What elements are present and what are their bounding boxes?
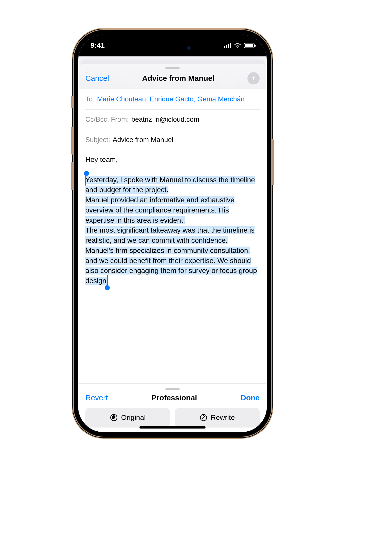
phone-frame: 9:41 Cancel Advice from — [74, 30, 271, 437]
to-value: Marie Chouteau, Enrique Gacto, Gema Merc… — [97, 95, 245, 103]
power-button — [271, 139, 274, 185]
to-label: To: — [85, 95, 95, 103]
volume-down-button — [71, 162, 74, 190]
dynamic-island — [146, 42, 199, 54]
cancel-button[interactable]: Cancel — [85, 74, 109, 83]
arrow-up-icon — [251, 75, 256, 81]
to-field[interactable]: To: Marie Chouteau, Enrique Gacto, Gema … — [85, 89, 260, 110]
send-button[interactable] — [247, 72, 260, 84]
writing-mode-label: Professional — [151, 393, 197, 402]
message-body[interactable]: Hey team, Yesterday, I spoke with Manuel… — [78, 150, 267, 383]
sheet-grabber[interactable] — [165, 67, 180, 69]
revert-button[interactable]: Revert — [85, 393, 108, 402]
selection-handle-end[interactable] — [105, 285, 110, 290]
greeting-line: Hey team, — [85, 155, 260, 165]
done-button[interactable]: Done — [241, 393, 260, 402]
ccbcc-label: Cc/Bcc, From: — [85, 116, 129, 124]
selected-text: Yesterday, I spoke with Manuel to discus… — [85, 176, 257, 285]
phone-screen: 9:41 Cancel Advice from — [78, 35, 267, 432]
compose-header: Cancel Advice from Manuel — [78, 64, 267, 89]
battery-icon — [244, 43, 255, 48]
subject-label: Subject: — [85, 136, 110, 144]
home-indicator[interactable] — [139, 426, 206, 429]
rewrite-icon — [200, 414, 207, 421]
compose-sheet: Cancel Advice from Manuel To: Marie Chou… — [78, 64, 267, 432]
rewrite-button[interactable]: Rewrite — [175, 408, 260, 428]
selection-handle-start[interactable] — [84, 171, 89, 176]
volume-up-button — [71, 127, 74, 155]
subject-value: Advice from Manuel — [113, 136, 174, 144]
status-icons — [224, 43, 255, 48]
ccbcc-field[interactable]: Cc/Bcc, From: beatriz_ri@icloud.com — [85, 110, 260, 130]
text-selection[interactable]: Yesterday, I spoke with Manuel to discus… — [85, 176, 257, 285]
wifi-icon — [234, 43, 241, 48]
subject-field[interactable]: Subject: Advice from Manuel — [85, 130, 260, 150]
original-button[interactable]: Original — [85, 408, 170, 428]
panel-grabber[interactable] — [165, 388, 180, 390]
status-time: 9:41 — [90, 41, 105, 50]
compose-title: Advice from Manuel — [142, 74, 214, 83]
side-button — [71, 96, 74, 108]
original-label: Original — [121, 414, 146, 422]
cellular-icon — [224, 43, 231, 48]
ccbcc-value: beatriz_ri@icloud.com — [131, 116, 199, 124]
writing-tools-panel: Revert Professional Done Original — [78, 383, 267, 432]
original-icon — [110, 414, 118, 421]
compose-fields: To: Marie Chouteau, Enrique Gacto, Gema … — [78, 89, 267, 150]
rewrite-label: Rewrite — [211, 414, 235, 422]
